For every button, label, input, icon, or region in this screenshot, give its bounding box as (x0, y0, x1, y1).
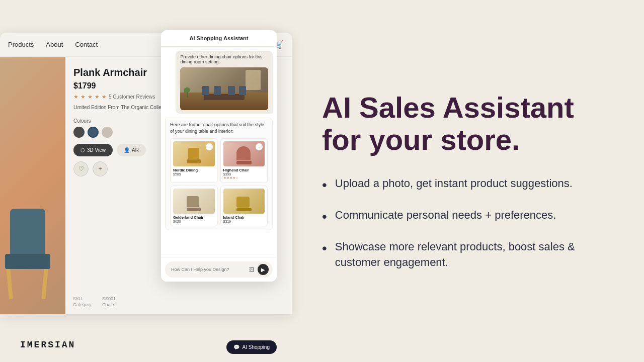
headline-line-1: AI Sales Assistant (322, 91, 574, 124)
highend-chair-back (236, 146, 251, 160)
headline: AI Sales Assistant for your store. (322, 92, 614, 156)
btn-ar-label: AR (132, 147, 139, 153)
bullet-dot-3: • (322, 238, 327, 258)
chair-leg-left (6, 268, 13, 299)
right-panel: AI Sales Assistant for your store. • Upl… (292, 0, 644, 362)
chat-input-wrap: 🖼 ▶ (165, 261, 273, 278)
company-logo: IMERSIAN (20, 340, 75, 350)
star-5: ★ (102, 94, 107, 100)
ar-icon: 👤 (124, 147, 130, 153)
add-btn[interactable]: + (93, 161, 108, 176)
island-chair-back (236, 197, 250, 208)
sku-info: SKU SS001 Category Chairs (73, 296, 116, 308)
dining-chair-3 (228, 86, 235, 95)
chair-seat (5, 254, 50, 269)
gelderland-chair-image (173, 189, 215, 214)
sku-value: SS001 (102, 296, 116, 301)
chat-messages: Provide other dining chair options for t… (161, 47, 277, 257)
feature-item-2: • Communicate personal needs + preferenc… (322, 208, 614, 226)
ai-response: Here are further chair options that suit… (165, 118, 273, 230)
card-arrow-nordic: → (206, 143, 213, 150)
product-card-highend[interactable]: → Highend Chair $399 ★★★★☆ (220, 138, 268, 183)
star-1: ★ (73, 94, 78, 100)
ai-response-text: Here are further chair options that suit… (170, 122, 268, 134)
highend-chair-stars: ★★★★☆ (223, 176, 265, 180)
nav-products[interactable]: Products (8, 41, 34, 48)
product-card-island[interactable]: Island Chair $319 (220, 186, 268, 226)
left-panel: Products About Contact 🔍 ♡ 🛒 (0, 0, 292, 362)
image-upload-icon[interactable]: 🖼 (249, 266, 255, 273)
island-chair-seat (236, 208, 252, 211)
ai-shopping-label: AI Shopping (243, 344, 270, 350)
chat-send-button[interactable]: ▶ (258, 264, 269, 275)
dining-table (204, 94, 245, 100)
star-4: ★ (95, 94, 100, 100)
headline-line-2: for your store. (322, 123, 520, 156)
bullet-dot-1: • (322, 175, 327, 195)
highend-chair-name: Highend Chair (223, 168, 265, 172)
category-value: Chairs (102, 302, 115, 307)
btn-3d-label: 3D View (87, 147, 106, 153)
chair-back (10, 209, 45, 254)
nav-contact[interactable]: Contact (75, 41, 98, 48)
highend-chair-seat (236, 161, 252, 164)
btn-3d-view[interactable]: ⬡ 3D View (73, 144, 113, 156)
product-card-gelderland[interactable]: Gelderland Chair $639 (170, 186, 218, 226)
nordic-chair-seat (187, 159, 201, 163)
product-image (0, 57, 65, 314)
reviews-count: 5 Customer Reviews (109, 94, 155, 100)
dining-chair-2 (214, 86, 221, 95)
chat-header: AI Shopping Assistant (161, 30, 277, 47)
user-message: Provide other dining chair options for t… (176, 51, 273, 114)
nordic-chair-back (188, 148, 199, 159)
feature-item-3: • Showcase more relevant products, boost… (322, 239, 614, 270)
swatch-blue[interactable] (88, 127, 99, 138)
card-arrow-highend: → (256, 143, 263, 150)
star-3: ★ (88, 94, 93, 100)
bullet-dot-2: • (322, 207, 327, 226)
island-chair-price: $319 (223, 220, 265, 223)
dining-room-image (180, 67, 268, 110)
category-label: Category (73, 302, 98, 307)
btn-ar-view[interactable]: 👤 AR (117, 144, 146, 156)
dining-chair-4 (239, 86, 246, 95)
nordic-chair-name: Nordic Dining (173, 168, 215, 172)
gelderland-chair-price: $639 (173, 220, 215, 223)
feature-text-1: Upload a photo, get instant product sugg… (335, 176, 573, 192)
wishlist-btn[interactable]: ♡ (73, 161, 89, 176)
feature-list: • Upload a photo, get instant product su… (322, 176, 614, 270)
swatch-light[interactable] (102, 127, 113, 138)
user-message-text: Provide other dining chair options for t… (180, 54, 268, 64)
chat-bubble-icon: 💬 (233, 344, 239, 350)
swatch-dark[interactable] (73, 127, 85, 138)
product-grid: → Nordic Dining $589 → (170, 138, 268, 226)
sku-label: SKU (73, 296, 98, 301)
feature-item-1: • Upload a photo, get instant product su… (322, 176, 614, 195)
chat-input-area: 🖼 ▶ (161, 257, 277, 282)
nordic-chair-image: → (173, 141, 215, 166)
product-card-nordic[interactable]: → Nordic Dining $589 (170, 138, 218, 183)
chair-visual (0, 57, 65, 314)
gelderland-chair-seat (187, 208, 201, 211)
highend-chair-price: $399 (223, 172, 265, 176)
dining-chair-1 (202, 86, 209, 95)
feature-text-2: Communicate personal needs + preferences… (335, 208, 556, 223)
ai-shopping-button[interactable]: 💬 AI Shopping (226, 340, 277, 354)
island-chair-name: Island Chair (223, 215, 265, 220)
cube-icon: ⬡ (80, 147, 85, 153)
window-light (246, 70, 261, 90)
island-chair-image (223, 189, 265, 214)
nordic-chair-price: $589 (173, 172, 215, 176)
gelderland-chair-back (187, 196, 199, 207)
star-2: ★ (80, 94, 86, 100)
chair-leg-right (41, 268, 48, 299)
feature-text-3: Showcase more relevant products, boost s… (335, 239, 614, 270)
highend-chair-image: → (223, 141, 265, 166)
plant (184, 87, 190, 100)
plant-leaf (184, 87, 190, 93)
chat-input[interactable] (171, 267, 246, 272)
ai-chat-panel: AI Shopping Assistant Provide other dini… (161, 30, 277, 282)
nav-about[interactable]: About (46, 41, 63, 48)
gelderland-chair-name: Gelderland Chair (173, 215, 215, 220)
